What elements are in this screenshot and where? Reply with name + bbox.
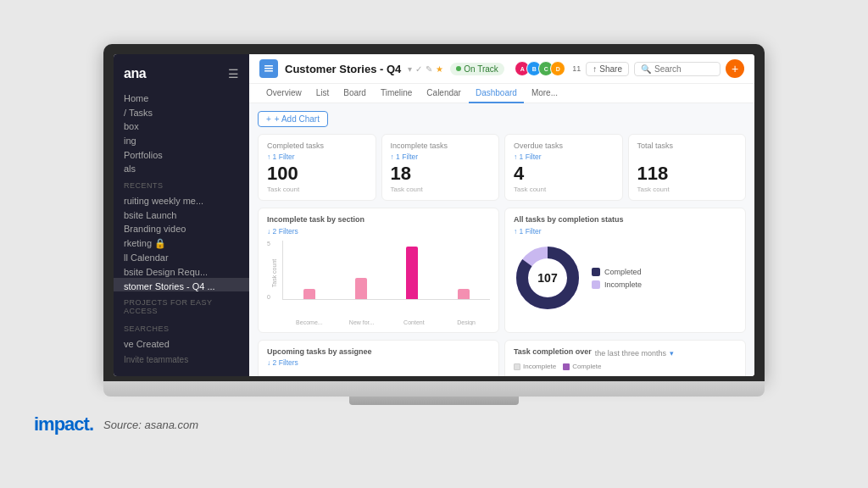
upcoming-filter[interactable]: ↓ 2 Filters xyxy=(267,358,490,367)
sidebar-logo-text: ana xyxy=(124,66,146,81)
bottom-row: Upcoming tasks by assignee ↓ 2 Filters T… xyxy=(258,340,746,376)
total-title: Total tasks xyxy=(637,141,737,150)
comp-legend-label-incomplete: Incomplete xyxy=(523,363,556,370)
x-label-2: New for... xyxy=(338,319,386,325)
bar-chart-filter[interactable]: ↓ 2 Filters xyxy=(267,227,490,236)
title-icons: ▾ ✓ ✎ ★ xyxy=(408,64,443,74)
completed-filter[interactable]: ↑ 1 Filter xyxy=(267,152,367,161)
comp-legend-complete: Complete xyxy=(563,363,601,370)
legend-incomplete: Incomplete xyxy=(592,280,642,289)
search-input[interactable] xyxy=(654,64,714,74)
sidebar-item-box[interactable]: box xyxy=(114,118,249,132)
sidebar-item-calendar[interactable]: ll Calendar xyxy=(114,249,249,263)
bars-container xyxy=(282,241,490,300)
bar-group-2 xyxy=(338,278,385,299)
hamburger-icon[interactable]: ☰ xyxy=(228,67,239,80)
source-text: Source: asana.com xyxy=(103,419,198,431)
sidebar-invite[interactable]: Invite teammates xyxy=(114,350,249,369)
svg-rect-1 xyxy=(264,68,273,69)
sidebar-item-marketing[interactable]: rketing 🔒 xyxy=(114,235,249,249)
share-icon: ↑ xyxy=(593,64,597,74)
sidebar-item-customer-stories[interactable]: stomer Stories - Q4 ... xyxy=(114,278,249,292)
completion-title: Task completion over xyxy=(514,347,592,356)
status-badge: On Track xyxy=(450,63,504,75)
laptop-stand xyxy=(349,396,519,405)
overdue-filter[interactable]: ↑ 1 Filter xyxy=(514,152,614,161)
edit-icon[interactable]: ✎ xyxy=(426,64,432,74)
tab-dashboard[interactable]: Dashboard xyxy=(469,84,524,103)
charts-grid: Incomplete task by section ↓ 2 Filters 5… xyxy=(258,208,746,333)
completion-legend: Incomplete Complete xyxy=(514,363,737,370)
sidebar-item-recruiting[interactable]: ruiting weekly me... xyxy=(114,192,249,207)
avatars-group: A B C D xyxy=(515,61,565,76)
sidebar-item-home[interactable]: Home xyxy=(114,90,249,104)
check-icon[interactable]: ✓ xyxy=(415,64,422,74)
tab-more[interactable]: More... xyxy=(525,84,565,103)
sidebar-logo-area: ana ☰ xyxy=(114,61,249,90)
y-label-0: 0 xyxy=(267,294,270,300)
legend-completed: Completed xyxy=(592,268,642,276)
sidebar-searches-label: searches xyxy=(114,318,249,336)
sidebar-recents-label: recents xyxy=(114,175,249,192)
bar-3 xyxy=(406,247,418,299)
legend-dot-completed xyxy=(592,268,600,276)
comp-legend-box-incomplete xyxy=(514,363,520,370)
overdue-value: 4 xyxy=(514,164,614,183)
tab-list[interactable]: List xyxy=(309,84,337,103)
upcoming-card: Upcoming tasks by assignee ↓ 2 Filters xyxy=(258,340,499,376)
stat-card-overdue: Overdue tasks ↑ 1 Filter 4 Task count xyxy=(504,134,623,201)
sidebar-item-website-launch[interactable]: bsite Launch xyxy=(114,207,249,221)
top-bar-right: A B C D 11 ↑ Share 🔍 xyxy=(515,59,744,78)
add-chart-label: + Add Chart xyxy=(275,114,320,124)
donut-chart-card: All tasks by completion status ↑ 1 Filte… xyxy=(504,208,746,333)
sidebar-item-created[interactable]: ve Created xyxy=(114,336,249,350)
sidebar-item-ing[interactable]: ing xyxy=(114,132,249,147)
sidebar-item-als[interactable]: als xyxy=(114,160,249,175)
legend-label-incomplete: Incomplete xyxy=(604,280,642,289)
x-label-1: Become... xyxy=(286,319,333,325)
avatar-count: 11 xyxy=(572,64,581,73)
sidebar-item-branding[interactable]: Branding video xyxy=(114,220,249,235)
star-icon[interactable]: ★ xyxy=(436,64,443,74)
total-value: 118 xyxy=(637,164,737,183)
bar-chart-title: Incomplete task by section xyxy=(267,215,490,224)
nav-tabs: Overview List Board Timeline Calendar Da… xyxy=(249,84,754,103)
completion-dropdown[interactable]: ▾ xyxy=(670,349,674,358)
laptop-frame: ana ☰ Home / Tasks box ing Portfolios al… xyxy=(103,44,765,405)
sidebar-item-portfolios[interactable]: Portfolios xyxy=(114,147,249,161)
stat-card-total: Total tasks 118 Task count xyxy=(628,134,747,201)
add-button[interactable]: + xyxy=(726,59,744,78)
main-content: Customer Stories - Q4 ▾ ✓ ✎ ★ On Track xyxy=(249,54,754,376)
bar-2 xyxy=(355,278,367,299)
status-text: On Track xyxy=(464,64,498,74)
search-icon: 🔍 xyxy=(641,64,651,74)
stats-grid: Completed tasks ↑ 1 Filter 100 Task coun… xyxy=(258,134,746,201)
share-button[interactable]: ↑ Share xyxy=(586,62,629,76)
tab-timeline[interactable]: Timeline xyxy=(374,84,419,103)
incomplete-filter[interactable]: ↑ 1 Filter xyxy=(391,152,491,161)
sidebar-item-website-design[interactable]: bsite Design Requ... xyxy=(114,263,249,278)
comp-legend-incomplete: Incomplete xyxy=(514,363,556,370)
donut-chart-filter[interactable]: ↑ 1 Filter xyxy=(514,227,737,236)
tab-overview[interactable]: Overview xyxy=(259,84,309,103)
comp-legend-box-complete xyxy=(563,363,570,370)
share-label: Share xyxy=(599,64,622,74)
donut-chart-title: All tasks by completion status xyxy=(514,215,737,224)
completed-value: 100 xyxy=(267,164,367,183)
bottom-caption: impact. Source: asana.com xyxy=(0,405,868,444)
incomplete-value: 18 xyxy=(391,164,491,183)
bar-group-3 xyxy=(389,247,436,299)
dashboard-content: + + Add Chart Completed tasks ↑ 1 Filter… xyxy=(249,103,754,376)
y-axis-label: Task count xyxy=(271,259,277,287)
tab-board[interactable]: Board xyxy=(337,84,373,103)
add-chart-button[interactable]: + + Add Chart xyxy=(258,111,328,127)
completion-card: Task completion over the last three mont… xyxy=(504,340,746,376)
stat-card-completed: Completed tasks ↑ 1 Filter 100 Task coun… xyxy=(258,134,376,201)
donut-chart: 107 xyxy=(514,244,581,312)
donut-center-value: 107 xyxy=(537,271,557,285)
total-label: Task count xyxy=(637,186,737,193)
tab-calendar[interactable]: Calendar xyxy=(420,84,468,103)
sidebar-item-tasks[interactable]: / Tasks xyxy=(114,104,249,119)
search-bar[interactable]: 🔍 xyxy=(634,62,721,76)
dropdown-icon[interactable]: ▾ xyxy=(408,64,412,74)
